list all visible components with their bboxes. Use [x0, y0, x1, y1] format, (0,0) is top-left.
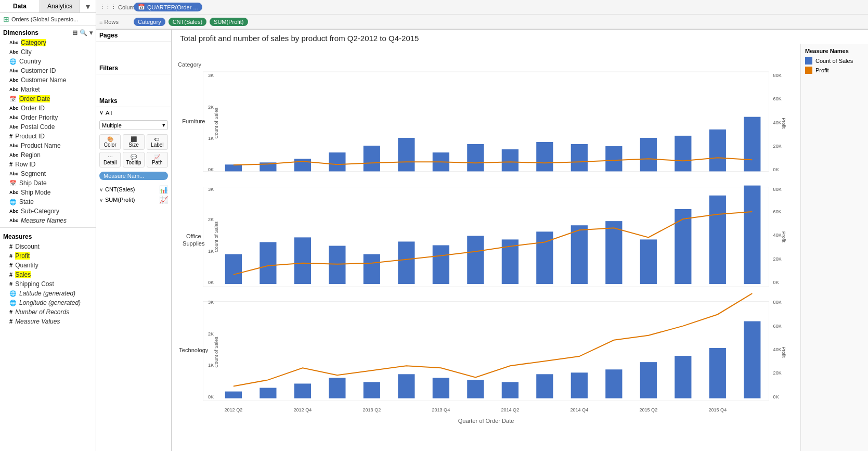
measure-item[interactable]: 🌐Latitude (generated): [0, 289, 96, 298]
meas-label: Discount: [15, 243, 40, 250]
marks-size-button[interactable]: ⬛ Size: [123, 134, 144, 150]
f-bar-13: [640, 138, 657, 171]
x-axis-title: Quarter of Order Date: [458, 418, 514, 424]
marks-tooltip-button[interactable]: 💬 Tooltip: [123, 152, 144, 167]
tech-y-2k: 2K: [208, 331, 214, 337]
tech-yr-0: 0K: [773, 394, 779, 400]
datasource-icon: ⊞: [3, 15, 9, 23]
pages-content: [96, 42, 171, 62]
dimension-item[interactable]: AbcShip Mode: [0, 188, 96, 197]
abc-icon: Abc: [9, 106, 18, 111]
x-tick-4: 2013 Q4: [432, 407, 450, 413]
meas-label: Shipping Cost: [15, 280, 54, 288]
columns-icon: ⋮⋮⋮: [99, 4, 116, 10]
toolbar: ⋮⋮⋮ Columns 📅 QUARTER(Order ... ≡ Rows C…: [96, 0, 868, 30]
marks-path-button[interactable]: 📈 Path: [147, 152, 168, 167]
dimension-item[interactable]: AbcCity: [0, 47, 96, 57]
dim-label: Row ID: [15, 161, 35, 168]
datasource-row[interactable]: ⊞ Orders (Global Supersto...: [0, 13, 96, 26]
tab-bar: Data Analytics ▾: [0, 0, 96, 13]
tab-analytics[interactable]: Analytics: [40, 0, 80, 12]
o-bar-16: [744, 186, 760, 284]
marks-type-dropdown[interactable]: Multiple ▾: [99, 120, 168, 130]
x-tick-1: 2012 Q2: [225, 407, 243, 413]
marks-detail-button[interactable]: ⋯ Detail: [99, 152, 121, 167]
x-tick-5: 2014 Q2: [501, 407, 519, 413]
dimension-item[interactable]: AbcOrder ID: [0, 104, 96, 113]
furniture-label: Furniture: [182, 118, 205, 124]
rows-pill-sumprofit[interactable]: SUM(Profit): [210, 18, 248, 26]
rows-pill-cntsales[interactable]: CNT(Sales): [169, 18, 206, 26]
dimension-item[interactable]: 🌐Country: [0, 57, 96, 66]
pf-marks-panel: Pages Filters Marks ∨ All Multiple ▾ 🎨 C…: [96, 30, 172, 451]
measure-item[interactable]: #Measure Values: [0, 317, 96, 326]
dim-label: State: [19, 198, 34, 205]
hash-icon: #: [9, 262, 12, 268]
sum-arrow-icon[interactable]: ∨: [99, 197, 103, 203]
legend-color-sales: [805, 57, 812, 65]
measure-names-pill[interactable]: Measure Nam...: [99, 172, 168, 180]
dimension-item[interactable]: AbcPostal Code: [0, 122, 96, 132]
f-bar-3: [294, 159, 311, 171]
columns-pill-quarter[interactable]: 📅 QUARTER(Order ...: [134, 3, 202, 11]
dim-label: Postal Code: [21, 123, 55, 131]
dimension-item[interactable]: AbcCustomer Name: [0, 75, 96, 85]
dimensions-list: AbcCategoryAbcCity🌐CountryAbcCustomer ID…: [0, 38, 96, 225]
measure-item[interactable]: #Number of Records: [0, 307, 96, 317]
x-tick-8: 2015 Q4: [708, 407, 727, 413]
marks-color-button[interactable]: 🎨 Color: [99, 134, 121, 150]
t-bar-14: [675, 356, 691, 398]
dimension-item[interactable]: #Row ID: [0, 160, 96, 169]
measure-item[interactable]: 🌐Longitude (generated): [0, 298, 96, 307]
marks-label-button[interactable]: 🏷 Label: [147, 134, 168, 150]
office-y-2k: 2K: [208, 217, 214, 222]
t-bar-16: [744, 321, 760, 398]
dimension-item[interactable]: AbcCategory: [0, 38, 96, 47]
measures-list: #Discount#Profit#Quantity#Sales#Shipping…: [0, 242, 96, 326]
path-icon: 📈: [154, 154, 160, 160]
dimension-item[interactable]: #Product ID: [0, 132, 96, 141]
meas-label: Number of Records: [15, 308, 69, 316]
f-bar-9: [502, 149, 519, 171]
dim-label: Ship Mode: [21, 189, 50, 196]
dimension-item[interactable]: AbcSegment: [0, 169, 96, 178]
dimension-item[interactable]: 📅Order Date: [0, 94, 96, 104]
hash-icon: #: [9, 161, 12, 167]
grid-icon[interactable]: ⊞: [72, 29, 77, 36]
measure-item[interactable]: #Sales: [0, 270, 96, 279]
measure-item[interactable]: #Shipping Cost: [0, 279, 96, 289]
abc-icon: Abc: [9, 87, 18, 92]
dimension-item[interactable]: AbcMeasure Names: [0, 216, 96, 225]
dim-label: City: [21, 48, 32, 56]
dimension-item[interactable]: AbcMarket: [0, 85, 96, 94]
tech-y-0: 0K: [208, 394, 214, 400]
dimension-item[interactable]: AbcOrder Priority: [0, 113, 96, 122]
marks-collapse-icon[interactable]: ∨: [99, 109, 103, 116]
meas-label: Longitude (generated): [19, 299, 81, 306]
dimension-item[interactable]: 📅Ship Date: [0, 178, 96, 188]
dimension-item[interactable]: 🌐State: [0, 197, 96, 207]
measure-item[interactable]: #Discount: [0, 242, 96, 251]
dimension-item[interactable]: AbcRegion: [0, 150, 96, 160]
rows-pill-category[interactable]: Category: [134, 18, 165, 26]
abc-icon: Abc: [9, 171, 18, 176]
tech-yr-80: 80K: [773, 300, 782, 305]
o-bar-1: [225, 254, 242, 284]
tab-data[interactable]: Data: [0, 0, 40, 12]
panel-menu-button[interactable]: ▾: [80, 0, 96, 12]
abc-icon: Abc: [9, 152, 18, 158]
tech-cnt-label: Count of Sales: [214, 337, 219, 368]
legend-panel: Measure Names Count of Sales Profit: [800, 44, 868, 451]
sort-icon[interactable]: ▾: [89, 29, 93, 36]
search-icon[interactable]: 🔍: [80, 29, 87, 36]
dimension-item[interactable]: AbcProduct Name: [0, 141, 96, 150]
measure-item[interactable]: #Quantity: [0, 261, 96, 270]
t-bar-11: [571, 372, 588, 398]
dimension-item[interactable]: AbcCustomer ID: [0, 66, 96, 75]
rows-shelf: ≡ Rows Category CNT(Sales) SUM(Profit): [96, 15, 868, 29]
dimension-item[interactable]: AbcSub-Category: [0, 207, 96, 216]
category-axis-label: Category: [178, 61, 201, 68]
measure-item[interactable]: #Profit: [0, 251, 96, 261]
cnt-arrow-icon[interactable]: ∨: [99, 187, 103, 192]
calendar-icon: 📅: [9, 96, 17, 102]
